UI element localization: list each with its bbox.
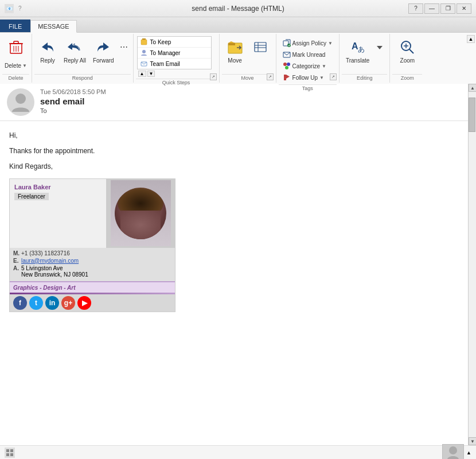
respond-more-button[interactable]: ⋯ — [118, 36, 130, 73]
ribbon-collapse-area: ▲ — [466, 34, 476, 83]
signature-tagline-area: Graphics - Design - Art — [10, 281, 175, 293]
quicksteps-down-btn[interactable]: ▼ — [147, 71, 155, 77]
respond-group-label: Respond — [34, 74, 131, 81]
move-button[interactable]: Move — [223, 36, 247, 73]
assign-policy-button[interactable]: Assign Policy ▼ — [280, 37, 335, 49]
signature-name: Laura Baker — [14, 184, 102, 190]
editing-group-items: A あ Translate — [342, 35, 387, 74]
svg-point-34 — [449, 446, 457, 454]
svg-rect-33 — [10, 453, 13, 456]
signature-tagline: Graphics - Design - Art — [13, 283, 76, 293]
sig-address-label: A. — [13, 265, 19, 271]
svg-rect-2 — [14, 41, 18, 44]
zoom-label: Zoom — [400, 57, 415, 64]
sig-email-value[interactable]: laura@mydomain.com — [21, 258, 79, 264]
twitter-icon[interactable]: t — [29, 296, 43, 310]
linkedin-icon[interactable]: in — [45, 296, 59, 310]
minimize-btn[interactable]: — — [424, 3, 439, 14]
tags-col: Assign Policy ▼ Mark Unread Categorize ▼ — [280, 36, 335, 83]
email-to-line: To — [40, 107, 461, 114]
scroll-track[interactable] — [469, 92, 476, 437]
tags-group-items: Assign Policy ▼ Mark Unread Categorize ▼ — [279, 35, 337, 84]
help-btn[interactable]: ? — [408, 3, 423, 14]
restore-btn[interactable]: ❐ — [440, 3, 455, 14]
status-grid-icon[interactable] — [5, 448, 15, 458]
googleplus-icon[interactable]: g+ — [61, 296, 75, 310]
email-closing: Kind Regards, — [9, 161, 459, 172]
respond-group-items: Reply Reply All Forward — [34, 35, 131, 74]
reply-label: Reply — [40, 57, 55, 64]
move-group-items: Move — [222, 35, 274, 74]
email-header: Tue 5/06/2018 5:50 PM send email To — [0, 84, 468, 121]
ribbon-collapse-btn[interactable]: ▲ — [467, 35, 475, 43]
delete-button[interactable] — [4, 36, 28, 61]
forward-label: Forward — [93, 57, 114, 64]
email-body: Hi, Thanks for the appointment. Kind Reg… — [0, 121, 468, 321]
scroll-up-btn[interactable]: ▲ — [469, 84, 476, 92]
quick-step-to-manager[interactable]: To Manager — [138, 48, 211, 59]
reply-button[interactable]: Reply — [36, 36, 60, 73]
svg-rect-30 — [6, 449, 9, 452]
quick-step-to-keep[interactable]: To Keep — [138, 37, 211, 48]
rules-icon — [251, 38, 270, 56]
translate-button[interactable]: A あ Translate — [343, 36, 372, 73]
youtube-icon[interactable]: ▶ — [77, 296, 91, 310]
editing-more-button[interactable] — [373, 36, 386, 73]
follow-up-arrow: ▼ — [319, 75, 325, 80]
sig-address-value: 5 Livingston Ave New Brunswick, NJ 08901 — [21, 265, 88, 278]
quicksteps-expand-icon[interactable]: ↗ — [210, 73, 217, 80]
svg-point-19 — [285, 66, 288, 69]
facebook-icon[interactable]: f — [13, 296, 27, 310]
title-bar-left: 📧 ? — [5, 4, 22, 13]
reply-all-button[interactable]: Reply All — [61, 36, 89, 73]
to-manager-icon — [140, 49, 148, 57]
follow-up-button[interactable]: Follow Up ▼ — [280, 72, 335, 83]
title-bar-help[interactable]: ? — [18, 5, 22, 11]
tab-message[interactable]: MESSAGE — [30, 20, 76, 33]
assign-policy-icon — [282, 38, 291, 48]
svg-marker-21 — [286, 75, 290, 79]
translate-label: Translate — [346, 57, 369, 64]
assign-policy-arrow: ▼ — [327, 41, 333, 46]
status-avatar — [442, 444, 464, 460]
follow-up-label: Follow Up — [292, 75, 318, 81]
move-expand-icon[interactable]: ↗ — [267, 73, 274, 80]
signature-top-row: Laura Baker Freelancer — [10, 179, 175, 248]
sig-phone-label: M. — [13, 250, 19, 256]
sig-email-label: E. — [13, 258, 19, 264]
sig-phone-value: +1 (333) 11823716 — [21, 250, 70, 256]
svg-point-29 — [15, 94, 26, 104]
email-signature: Laura Baker Freelancer — [9, 178, 459, 312]
email-greeting: Hi, Thanks for the appointment. Kind Reg… — [9, 130, 459, 173]
delete-group-label: Delete — [2, 74, 29, 81]
mark-unread-button[interactable]: Mark Unread — [280, 49, 335, 60]
sig-address-line1: 5 Livingston Ave — [21, 265, 63, 271]
status-scroll-up-btn[interactable]: ▲ — [466, 450, 471, 456]
quicksteps-controls: ▲ ▼ — [137, 70, 216, 77]
quick-step-team-email[interactable]: Team Email — [138, 59, 211, 69]
close-btn[interactable]: ✕ — [457, 3, 471, 14]
scroll-thumb[interactable] — [469, 98, 475, 132]
categorize-button[interactable]: Categorize ▼ — [280, 60, 335, 72]
tags-expand-icon[interactable]: ↗ — [330, 73, 337, 80]
email-content-area: Tue 5/06/2018 5:50 PM send email To Hi, … — [0, 84, 468, 445]
move-group-label: Move — [222, 74, 274, 81]
zoom-button[interactable]: Zoom — [395, 36, 419, 73]
editing-group-label: Editing — [342, 74, 387, 81]
to-keep-label: To Keep — [150, 39, 171, 45]
forward-button[interactable]: Forward — [90, 36, 117, 73]
tab-file[interactable]: FILE — [0, 20, 30, 32]
mark-unread-icon — [282, 50, 291, 59]
rules-button[interactable] — [248, 36, 272, 73]
signature-title: Freelancer — [14, 193, 49, 200]
status-left — [5, 448, 15, 458]
vertical-scrollbar[interactable]: ▲ ▼ — [468, 84, 476, 445]
assign-policy-label: Assign Policy — [292, 40, 326, 46]
sig-email-row: E. laura@mydomain.com — [13, 258, 171, 264]
team-email-label: Team Email — [150, 61, 180, 67]
delete-icon — [7, 38, 25, 56]
follow-up-icon — [282, 73, 291, 82]
delete-dropdown-btn[interactable]: Delete ▼ — [5, 63, 27, 69]
signature-box: Laura Baker Freelancer — [9, 178, 175, 312]
quicksteps-up-btn[interactable]: ▲ — [138, 71, 146, 77]
